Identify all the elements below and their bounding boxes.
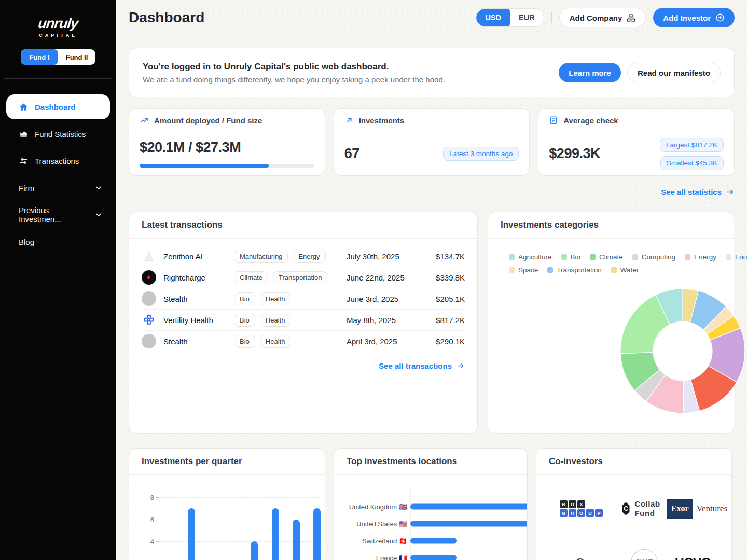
arrow-right-icon <box>456 361 465 370</box>
transaction-amount: $817.2K <box>425 316 465 325</box>
see-all-statistics-label: See all statistics <box>661 188 722 197</box>
currency-tab-usd[interactable]: USD <box>476 9 510 26</box>
fund-tab-fund-ii[interactable]: Fund II <box>58 49 95 65</box>
read-manifesto-button[interactable]: Read our manifesto <box>627 63 721 82</box>
co-investors-card: Co-investors BOXGROUPCCollab FundExorVen… <box>536 448 732 560</box>
quarter-bar <box>272 508 279 560</box>
y-axis-tick: 6 <box>133 515 154 523</box>
transaction-row[interactable]: StealthBioHealthJune 3rd, 2025$205.1K <box>142 288 465 310</box>
company-name: Zenithon AI <box>163 252 234 261</box>
logo-wordmark: unruly <box>0 16 117 32</box>
transaction-amount: $339.8K <box>425 273 465 282</box>
fund-tab-fund-i[interactable]: Fund I <box>21 49 58 65</box>
co-investor-logo-generalcatalyst: GENERALGCATALYST <box>541 558 622 560</box>
main-content: Dashboard USDEUR Add Company Add Investo… <box>116 0 747 560</box>
axis-tick-mark <box>408 541 410 541</box>
rightcharge-company-logo <box>142 270 156 285</box>
transaction-date: June 3rd, 2025 <box>347 295 425 303</box>
location-bar <box>410 504 528 510</box>
sidebar-item-blog[interactable]: Blog <box>0 229 116 254</box>
currency-toggle: USDEUR <box>476 8 544 27</box>
category-tag: Health <box>260 335 291 348</box>
plus-circle-icon <box>715 13 725 22</box>
transaction-amount: $134.7K <box>425 252 465 261</box>
co-investor-logo-collabfund: CCollab Fund <box>622 499 667 518</box>
y-axis-tick-mark <box>156 541 159 542</box>
transaction-date: July 30th, 2025 <box>347 252 425 261</box>
co-investor-logo-boxgroup: BOXGROUP <box>560 500 603 517</box>
amount-deployed-header: Amount deployed / Fund size <box>129 109 325 132</box>
transactions-footer: See all transactions <box>129 352 477 371</box>
transaction-row[interactable]: StealthBioHealthApril 3rd, 2025$290.1K <box>142 331 465 352</box>
stealth-company-logo <box>142 334 156 348</box>
transaction-row[interactable]: Vertility HealthBioHealthMay 8th, 2025$8… <box>142 310 465 331</box>
currency-tab-eur[interactable]: EUR <box>510 9 544 26</box>
transfer-icon <box>19 156 29 166</box>
location-bar <box>410 538 457 544</box>
legend-item-food: Food <box>726 253 747 261</box>
legend-label: Bio <box>571 253 581 261</box>
average-check-value: $299.3K <box>549 146 600 162</box>
investments-per-quarter-title: Investments per quarter <box>129 449 325 475</box>
investments-title: Investments <box>359 116 405 125</box>
axis-tick-mark <box>408 524 410 524</box>
document-icon <box>549 116 558 125</box>
location-label: United States 🇺🇸 <box>334 520 407 528</box>
sidebar-item-firm[interactable]: Firm <box>0 175 116 200</box>
amount-deployed-card: Amount deployed / Fund size $20.1M / $27… <box>129 108 325 176</box>
legend-row: SpaceTransportationWater <box>509 266 734 274</box>
stats-row: Amount deployed / Fund size $20.1M / $27… <box>129 108 735 176</box>
sidebar-item-previous-investmen[interactable]: Previous Investmen... <box>0 202 116 227</box>
sitemap-icon <box>627 13 635 22</box>
investments-value: 67 <box>344 146 359 162</box>
legend-row: AgricultureBioClimateComputingEnergyFood… <box>509 253 734 261</box>
co-investors-title: Co-investors <box>536 449 731 475</box>
amount-deployed-body: $20.1M / $27.3M <box>129 132 325 175</box>
chevron-down-icon <box>94 184 103 192</box>
topbar: Dashboard USDEUR Add Company Add Investo… <box>129 7 735 28</box>
quarter-bar <box>251 541 258 560</box>
legend-item-agriculture: Agriculture <box>509 253 552 261</box>
bottom-row: Investments per quarter 8642 Top investm… <box>129 448 735 560</box>
co-investor-logo-exor: ExorVentures <box>667 499 727 519</box>
smallest-check-badge: Smallest $45.3K <box>660 156 724 170</box>
sidebar-item-label: Fund Statistics <box>35 130 86 138</box>
sidebar-item-dashboard[interactable]: Dashboard <box>6 94 110 119</box>
sidebar-item-transactions[interactable]: Transactions <box>0 148 116 173</box>
category-tag: Climate <box>234 271 268 284</box>
banner-title: You're logged in to Unruly Capital's pub… <box>143 62 445 72</box>
average-check-body: $299.3K Largest $817.2K Smallest $45.3K <box>538 132 734 175</box>
see-all-transactions-link[interactable]: See all transactions <box>379 361 465 370</box>
y-axis-tick-mark <box>156 497 159 498</box>
add-investor-button[interactable]: Add Investor <box>653 8 735 27</box>
learn-more-button[interactable]: Learn more <box>559 63 621 82</box>
see-all-statistics-row: See all statistics <box>129 186 735 198</box>
location-label: Switzerland 🇨🇭 <box>334 537 407 545</box>
legend-label: Agriculture <box>518 253 552 261</box>
chevron-down-icon <box>94 211 103 219</box>
legend-label: Space <box>518 266 538 274</box>
vertical-divider <box>551 12 552 23</box>
investments-per-quarter-card: Investments per quarter 8642 <box>129 448 325 560</box>
category-tag: Bio <box>234 335 255 348</box>
company-name: Stealth <box>163 337 234 346</box>
category-tags: ClimateTransportation <box>234 271 347 284</box>
legend-swatch <box>726 254 731 260</box>
category-tag: Health <box>260 292 291 305</box>
sidebar-item-fund-statistics[interactable]: Fund Statistics <box>0 121 116 146</box>
arrow-right-icon <box>726 188 735 197</box>
legend-swatch <box>685 254 690 260</box>
locations-bar-chart: United Kingdom 🇬🇧United States 🇺🇸Switzer… <box>334 477 527 560</box>
quarter-bar <box>293 520 300 560</box>
amount-deployed-title: Amount deployed / Fund size <box>154 116 262 125</box>
transaction-row[interactable]: RightchargeClimateTransportationJune 22n… <box>142 267 465 288</box>
add-company-button[interactable]: Add Company <box>559 8 646 27</box>
see-all-statistics-link[interactable]: See all statistics <box>661 186 735 198</box>
gridline <box>159 497 320 498</box>
sidebar-item-label: Blog <box>19 237 34 246</box>
category-tags: BioHealth <box>234 314 347 327</box>
legend-swatch <box>509 267 515 273</box>
transaction-row[interactable]: Zenithon AIManufacturingEnergyJuly 30th,… <box>142 246 465 267</box>
location-bar <box>410 555 457 560</box>
location-label: France 🇫🇷 <box>334 554 407 560</box>
